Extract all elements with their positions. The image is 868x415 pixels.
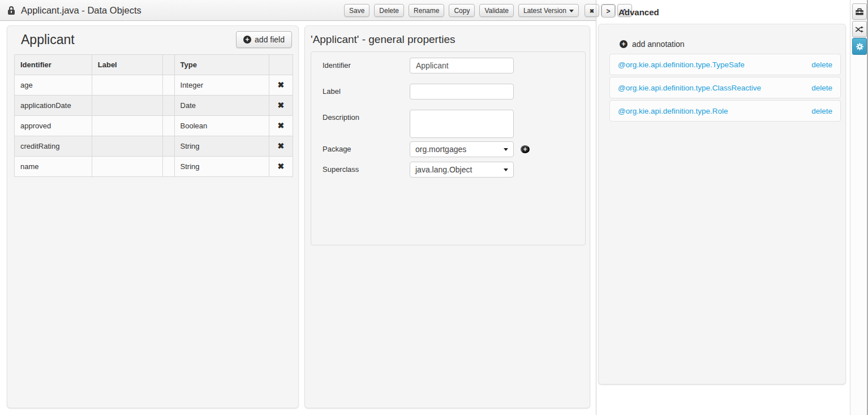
fields-panel-header: Applicant add field	[7, 26, 298, 48]
briefcase-icon	[855, 7, 864, 16]
cell-spacer	[162, 157, 174, 177]
chevron-right-icon	[606, 8, 610, 15]
rename-button[interactable]: Rename	[409, 4, 444, 17]
superclass-select[interactable]: java.lang.Object	[410, 162, 514, 178]
package-label: Package	[323, 145, 351, 153]
annotation-row: @org.kie.api.definition.type.TypeSafe de…	[609, 54, 841, 75]
table-row-applicationDate[interactable]: applicationDate Date	[15, 96, 293, 116]
shuffle-icon	[855, 25, 864, 34]
add-annotation-button[interactable]: add annotation	[616, 39, 688, 49]
caret-down-icon	[569, 10, 574, 15]
cell-spacer	[162, 96, 174, 116]
cell-spacer	[162, 136, 174, 157]
superclass-select-value: java.lang.Object	[415, 165, 472, 174]
fields-table-header-row: Identifier Label Type	[15, 55, 293, 75]
identifier-label: Identifier	[323, 61, 351, 70]
annotation-typesafe-link[interactable]: @org.kie.api.definition.type.TypeSafe	[618, 60, 745, 69]
side-toolbar	[850, 0, 868, 415]
cell-spacer	[162, 116, 174, 136]
annotation-role-link[interactable]: @org.kie.api.definition.type.Role	[618, 107, 728, 115]
perspective-button[interactable]	[852, 3, 867, 20]
delete-button[interactable]: Delete	[374, 4, 404, 17]
annotation-row: @org.kie.api.definition.type.ClassReacti…	[609, 77, 841, 98]
column-header-actions	[269, 55, 293, 75]
label-input[interactable]	[410, 84, 514, 100]
vertical-divider	[596, 0, 596, 415]
general-properties-form: Identifier Label Description Package org…	[311, 51, 586, 245]
latest-version-label: Latest Version	[523, 7, 566, 15]
cell-label[interactable]	[92, 116, 162, 136]
copy-button[interactable]: Copy	[449, 4, 475, 17]
cell-spacer	[162, 75, 174, 96]
delete-field-icon[interactable]	[278, 81, 285, 89]
page-title: Applicant.java - Data Objects	[21, 5, 141, 16]
cell-type[interactable]: String	[174, 157, 269, 177]
table-row-name[interactable]: name String	[15, 157, 293, 177]
add-annotation-label: add annotation	[632, 40, 685, 49]
cell-type[interactable]: String	[174, 136, 269, 157]
superclass-label: Superclass	[323, 165, 359, 174]
cell-identifier[interactable]: approved	[15, 116, 92, 136]
lock-icon	[8, 10, 15, 15]
cell-type[interactable]: Integer	[174, 75, 269, 96]
delete-field-icon[interactable]	[278, 101, 285, 109]
cell-label[interactable]	[92, 157, 162, 177]
general-properties-title: 'Applicant' - general properties	[305, 26, 590, 46]
save-button[interactable]: Save	[344, 4, 369, 17]
delete-annotation-link[interactable]: delete	[811, 60, 832, 69]
add-field-button[interactable]: add field	[236, 31, 292, 48]
annotation-classreactive-link[interactable]: @org.kie.api.definition.type.ClassReacti…	[618, 84, 761, 92]
data-objects-editor: Applicant.java - Data Objects Save Delet…	[0, 0, 868, 415]
general-properties-panel: 'Applicant' - general properties Identif…	[304, 25, 590, 408]
advanced-expand-button[interactable]	[601, 5, 615, 18]
delete-field-icon[interactable]	[278, 162, 285, 170]
latest-version-dropdown[interactable]: Latest Version	[518, 4, 579, 17]
annotation-row: @org.kie.api.definition.type.Role delete	[609, 100, 841, 122]
column-header-identifier: Identifier	[15, 55, 92, 75]
identifier-input[interactable]	[410, 58, 514, 74]
cell-type[interactable]: Date	[174, 96, 269, 116]
label-label: Label	[323, 87, 341, 96]
cell-identifier[interactable]: name	[15, 157, 92, 177]
package-select[interactable]: org.mortgages	[410, 141, 514, 157]
validate-button[interactable]: Validate	[479, 4, 513, 17]
cell-identifier[interactable]: applicationDate	[15, 96, 92, 116]
add-package-button[interactable]	[521, 145, 530, 153]
toolbar-actions: Save Delete Rename Copy Validate Latest …	[344, 4, 632, 17]
fields-table: Identifier Label Type age Integer applic…	[14, 54, 293, 177]
package-select-value: org.mortgages	[415, 145, 466, 154]
plus-circle-icon	[620, 40, 628, 48]
caret-down-icon	[504, 168, 508, 174]
column-header-label: Label	[92, 55, 162, 75]
cell-type[interactable]: Boolean	[174, 116, 269, 136]
close-icon	[590, 7, 594, 15]
delete-annotation-link[interactable]: delete	[811, 84, 832, 92]
cell-label[interactable]	[92, 96, 162, 116]
delete-annotation-link[interactable]: delete	[811, 107, 832, 115]
description-textarea[interactable]	[410, 110, 514, 138]
gear-icon	[856, 42, 864, 51]
delete-field-icon[interactable]	[278, 122, 285, 129]
column-header-spacer	[162, 55, 174, 75]
description-label: Description	[323, 113, 359, 122]
table-row-creditRating[interactable]: creditRating String	[15, 136, 293, 157]
cell-identifier[interactable]: creditRating	[15, 136, 92, 157]
close-button[interactable]	[585, 4, 599, 17]
annotations-panel: add annotation @org.kie.api.definition.t…	[598, 24, 846, 384]
data-object-fields-panel: Applicant add field Identifier Label Typ…	[7, 25, 299, 408]
data-object-name-title: Applicant	[21, 32, 75, 47]
add-field-label: add field	[255, 35, 285, 44]
table-row-approved[interactable]: approved Boolean	[15, 116, 293, 136]
cell-label[interactable]	[92, 75, 162, 96]
shuffle-button[interactable]	[852, 21, 867, 37]
table-row-age[interactable]: age Integer	[15, 75, 293, 96]
caret-down-icon	[504, 148, 508, 153]
column-header-type: Type	[174, 55, 269, 75]
settings-button[interactable]	[852, 38, 867, 55]
advanced-title: Advanced	[618, 7, 659, 17]
cell-label[interactable]	[92, 136, 162, 157]
plus-circle-icon	[243, 36, 251, 44]
cell-identifier[interactable]: age	[15, 75, 92, 96]
delete-field-icon[interactable]	[278, 142, 285, 150]
